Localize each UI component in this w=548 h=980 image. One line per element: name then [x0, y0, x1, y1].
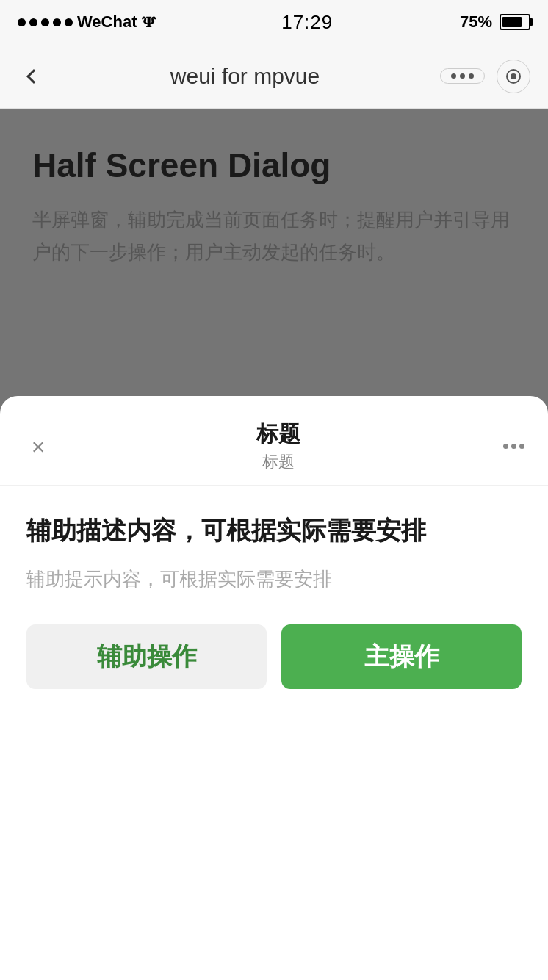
signal-dot: [18, 18, 26, 26]
status-left: WeChat 𝚿: [18, 12, 155, 32]
half-screen-dialog: × 标题 标题 辅助描述内容，可根据实际需要安排 辅助提示内容，可根据实际需要安…: [0, 396, 548, 718]
more-dot-icon: [511, 444, 516, 449]
record-button[interactable]: [497, 60, 530, 93]
battery-box: [500, 14, 530, 30]
nav-dots-button[interactable]: [440, 68, 485, 84]
dialog-main-description: 辅助描述内容，可根据实际需要安排: [26, 512, 522, 550]
wifi-icon: 𝚿: [142, 14, 155, 31]
dialog-actions: 辅助操作 主操作: [0, 595, 548, 689]
chevron-left-icon: [26, 69, 41, 84]
dialog-sub-description: 辅助提示内容，可根据实际需要安排: [26, 564, 522, 595]
more-dot-icon: [503, 444, 508, 449]
main-content: Half Screen Dialog 半屏弹窗，辅助完成当前页面任务时；提醒用户…: [0, 109, 548, 718]
record-icon: [506, 69, 521, 84]
dialog-header: × 标题 标题: [0, 396, 548, 486]
dot-icon: [451, 73, 456, 79]
back-button[interactable]: [18, 60, 50, 93]
close-icon: ×: [32, 435, 46, 458]
status-bar: WeChat 𝚿 17:29 75%: [0, 0, 548, 44]
dot-icon: [469, 73, 474, 79]
dot-icon: [460, 73, 465, 79]
dialog-more-button[interactable]: [503, 444, 524, 449]
dialog-title-group: 标题 标题: [256, 419, 300, 473]
page-description: 半屏弹窗，辅助完成当前页面任务时；提醒用户并引导用户的下一步操作；用户主动发起的…: [32, 203, 516, 268]
signal-dot: [29, 18, 37, 26]
dialog-title-main: 标题: [256, 419, 300, 450]
nav-actions: [440, 60, 530, 93]
nav-bar: weui for mpvue: [0, 44, 548, 109]
primary-action-button[interactable]: 主操作: [281, 624, 522, 689]
signal-dot: [53, 18, 61, 26]
page-title: Half Screen Dialog: [32, 145, 516, 186]
carrier-label: WeChat: [77, 12, 137, 32]
dialog-title-sub: 标题: [256, 451, 300, 473]
signal-bars: [18, 18, 73, 26]
signal-dot: [65, 18, 73, 26]
dialog-close-button[interactable]: ×: [24, 432, 53, 461]
status-right: 75%: [460, 12, 530, 32]
nav-title: weui for mpvue: [170, 64, 320, 89]
battery-percent: 75%: [460, 12, 492, 32]
battery-icon: [500, 14, 530, 30]
signal-dot: [41, 18, 49, 26]
battery-fill: [502, 17, 522, 27]
status-time: 17:29: [281, 11, 333, 34]
more-dot-icon: [519, 444, 524, 449]
secondary-action-button[interactable]: 辅助操作: [26, 624, 267, 689]
dialog-body: 辅助描述内容，可根据实际需要安排 辅助提示内容，可根据实际需要安排: [0, 486, 548, 595]
